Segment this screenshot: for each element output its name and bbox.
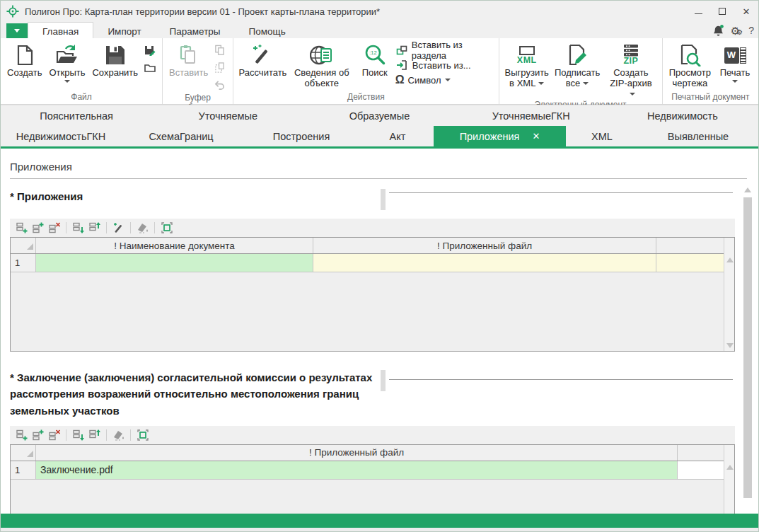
tab-utochnyaemye[interactable]: Уточняемые: [152, 105, 303, 126]
table1-empty-area: [11, 272, 724, 351]
symbol-button[interactable]: Ω Символ: [395, 73, 496, 87]
fill-bucket-icon[interactable]: [112, 428, 125, 441]
open-recent-folder-icon[interactable]: [143, 61, 156, 74]
tab-nedvizhimost[interactable]: Недвижимость: [607, 105, 758, 126]
ribbon-tab-main[interactable]: Главная: [28, 22, 93, 38]
tab-vyyavlennye[interactable]: Выявленные: [638, 126, 758, 146]
create-button[interactable]: Создать: [4, 40, 45, 79]
section1-field[interactable]: [389, 188, 733, 193]
ribbon-tab-import[interactable]: Импорт: [93, 22, 155, 38]
preview-drawing-button[interactable]: Просмотр чертежа: [666, 40, 714, 88]
ribbon-group-file: Создать Открыть Сохранить: [1, 38, 163, 104]
open-folder-icon: [55, 42, 79, 68]
table1-col-extra: [656, 238, 724, 253]
move-row-down-icon[interactable]: [71, 221, 85, 235]
file-cell[interactable]: [313, 254, 656, 272]
extra-cell[interactable]: [656, 254, 724, 272]
table2-col-file: ! Приложенный файл: [36, 445, 678, 461]
dropdown-arrow-icon: [583, 82, 589, 85]
print-button[interactable]: W Печать: [714, 40, 755, 83]
table1-scrollbar[interactable]: [724, 238, 734, 351]
create-zip-button[interactable]: ZIP Создать ZIP-архив: [603, 40, 659, 99]
conclusion-file-cell[interactable]: Заключение.pdf: [36, 461, 678, 480]
ribbon-tab-help[interactable]: Помощь: [235, 22, 300, 38]
scrollbar-thumb[interactable]: [743, 197, 752, 498]
save-button[interactable]: Сохранить: [88, 40, 141, 79]
tab-shema-granic[interactable]: СхемаГраниц: [121, 126, 241, 146]
app-window: Полигон Про: Карта-план территории верси…: [1, 1, 758, 531]
delete-row-icon[interactable]: [47, 428, 61, 441]
wand-icon[interactable]: [112, 221, 125, 235]
close-tab-icon[interactable]: ✕: [532, 131, 540, 141]
scroll-down-icon[interactable]: [726, 343, 734, 348]
search-icon: :12: [364, 42, 386, 68]
settings-gears-icon[interactable]: ⚙⚙: [731, 23, 743, 37]
ribbon-tab-parameters[interactable]: Параметры: [156, 22, 235, 38]
maximize-icon: [719, 8, 726, 15]
section1-label: * Приложения: [10, 188, 381, 204]
close-button[interactable]: ✕: [734, 1, 758, 22]
add-row-icon[interactable]: [15, 221, 28, 235]
fill-bucket-icon[interactable]: [136, 221, 149, 235]
dropdown-arrow-icon: [630, 93, 635, 96]
scroll-up-icon[interactable]: [744, 187, 751, 192]
insert-from-section-icon: [395, 44, 408, 57]
table-row: 1: [11, 254, 724, 272]
scroll-up-icon[interactable]: [726, 258, 734, 262]
tab-xml[interactable]: XML: [566, 126, 638, 146]
table-row: 1 Заключение.pdf: [11, 461, 724, 480]
table2-scrollbar[interactable]: [724, 445, 734, 514]
conclusion-table: ! Приложенный файл 1 Заключение.pdf: [10, 444, 735, 514]
doc-name-cell[interactable]: [36, 254, 313, 272]
word-document-icon: W: [724, 42, 746, 68]
delete-row-icon[interactable]: [47, 221, 61, 235]
dropdown-arrow-icon: [538, 82, 544, 85]
move-row-up-icon[interactable]: [88, 428, 101, 441]
app-menu-button[interactable]: [6, 23, 28, 38]
export-xml-button[interactable]: XML Выгрузить в XML: [502, 40, 552, 88]
sign-all-button[interactable]: Подписать все: [552, 40, 603, 88]
close-icon: ✕: [743, 6, 751, 17]
insert-row-icon[interactable]: [31, 221, 45, 235]
tab-obrazuemye[interactable]: Образуемые: [303, 105, 455, 126]
paste-special-icon: [213, 61, 226, 74]
status-bar: [1, 514, 758, 528]
main-scrollbar[interactable]: [742, 182, 753, 514]
calculate-button[interactable]: Рассчитать: [236, 40, 289, 79]
insert-from-section-button[interactable]: Вставить из раздела: [395, 43, 496, 57]
tab-utochnyaemye-gkn[interactable]: УточняемыеГКН: [456, 105, 607, 126]
move-row-down-icon[interactable]: [71, 428, 85, 441]
tab-akt[interactable]: Акт: [361, 126, 434, 146]
sign-document-icon: [566, 42, 589, 68]
ribbon-group-actions: Рассчитать Сведения об объекте :12 Поиск: [233, 38, 499, 104]
save-as-icon[interactable]: [143, 43, 156, 57]
splitter-handle[interactable]: [381, 189, 386, 210]
scroll-up-icon[interactable]: [726, 465, 734, 470]
content-area: Приложения * Приложения: [1, 149, 758, 514]
magic-wand-icon: [251, 42, 274, 68]
corner-triangle-icon: [27, 243, 33, 250]
maximize-button[interactable]: [710, 1, 734, 22]
section2-field[interactable]: [389, 375, 733, 380]
tab-prilozheniya-active[interactable]: Приложения ✕: [434, 126, 566, 146]
expand-table-icon[interactable]: [136, 428, 149, 441]
extra-cell[interactable]: [678, 461, 724, 480]
search-button[interactable]: :12 Поиск: [354, 40, 395, 79]
add-row-icon[interactable]: [15, 428, 28, 441]
minimize-button[interactable]: [686, 1, 710, 22]
zip-archive-icon: ZIP: [622, 42, 640, 68]
insert-row-icon[interactable]: [31, 428, 45, 441]
tab-poyasnitelnaya[interactable]: Пояснительная: [1, 105, 152, 126]
notifications-bell-icon[interactable]: [712, 24, 725, 37]
dropdown-arrow-icon: [732, 80, 738, 83]
object-info-button[interactable]: Сведения об объекте: [289, 40, 354, 88]
help-question-icon[interactable]: ?: [748, 25, 754, 36]
tab-postroeniya[interactable]: Построения: [241, 126, 361, 146]
splitter-handle[interactable]: [381, 370, 386, 391]
tab-nedvizhimost-gkn[interactable]: НедвижимостьГКН: [1, 126, 121, 146]
open-button[interactable]: Открыть: [45, 40, 88, 83]
insert-from-button[interactable]: Вставить из...: [395, 58, 496, 72]
move-row-up-icon[interactable]: [88, 221, 101, 235]
attachments-table: ! Наименование документа ! Приложенный ф…: [10, 237, 735, 352]
expand-table-icon[interactable]: [160, 221, 173, 235]
